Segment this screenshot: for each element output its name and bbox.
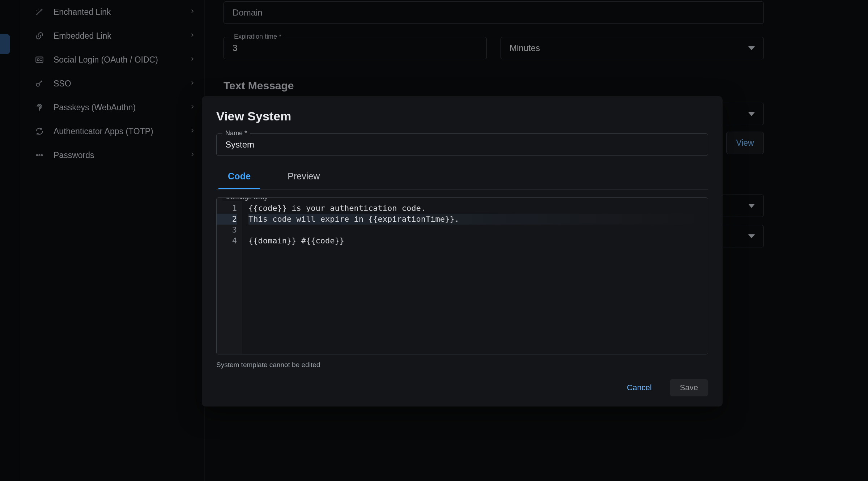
code-content[interactable]: {{code}} is your authentication code.Thi… [242, 198, 708, 354]
cancel-button[interactable]: Cancel [617, 379, 661, 396]
save-button[interactable]: Save [670, 379, 708, 396]
tab-preview[interactable]: Preview [278, 165, 329, 189]
template-name-input[interactable]: Name * [216, 133, 708, 156]
view-system-modal: View System Name * Code Preview Message … [202, 96, 723, 406]
template-name-label: Name * [222, 129, 250, 137]
modal-title: View System [216, 109, 708, 123]
save-button-label: Save [680, 383, 698, 392]
message-body-label: Message body [222, 197, 271, 201]
tab-preview-label: Preview [288, 171, 320, 181]
code-editor[interactable]: 1234 {{code}} is your authentication cod… [217, 198, 708, 354]
template-name-value[interactable] [225, 139, 700, 150]
tab-code-label: Code [228, 171, 251, 181]
modal-actions: Cancel Save [216, 379, 708, 396]
resize-handle[interactable] [699, 345, 706, 352]
code-gutter: 1234 [217, 198, 242, 354]
message-body-editor[interactable]: Message body 1234 {{code}} is your authe… [216, 197, 708, 354]
modal-tabs: Code Preview [216, 165, 708, 190]
editor-hint: System template cannot be edited [216, 361, 708, 369]
tab-code[interactable]: Code [218, 165, 260, 189]
cancel-button-label: Cancel [627, 383, 651, 392]
